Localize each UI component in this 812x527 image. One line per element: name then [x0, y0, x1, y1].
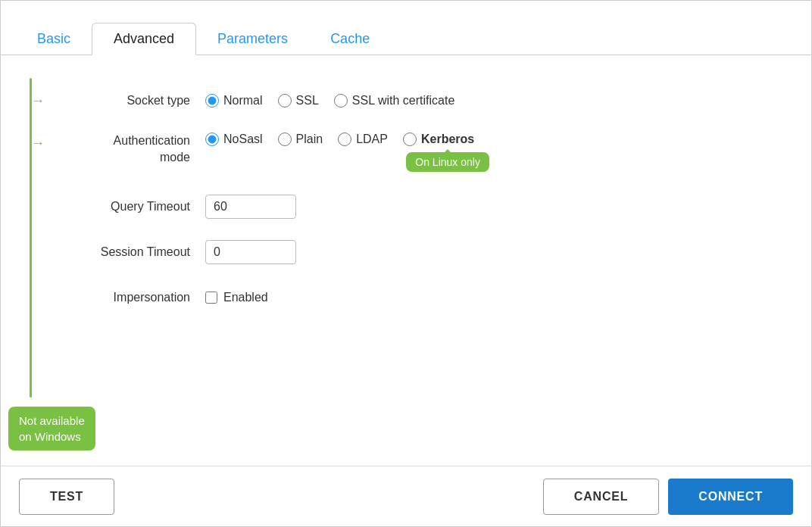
query-timeout-row: Query Timeout: [54, 184, 781, 229]
auth-mode-label: Authentication mode: [54, 133, 205, 167]
auth-mode-row: → Authentication mode NoSasl Plain LDAP: [54, 123, 781, 169]
auth-mode-options: NoSasl Plain LDAP Kerberos On Linux only: [205, 133, 474, 146]
arrow-auth-icon: →: [31, 136, 45, 151]
socket-type-options: Normal SSL SSL with certificate: [205, 94, 454, 108]
tab-bar: Basic Advanced Parameters Cache: [1, 1, 811, 55]
cancel-button[interactable]: CANCEL: [543, 479, 659, 515]
socket-ssl-option[interactable]: SSL: [278, 94, 319, 108]
auth-plain-option[interactable]: Plain: [278, 133, 323, 146]
footer: TEST CANCEL CONNECT: [1, 466, 811, 526]
auth-nosasl-label: NoSasl: [223, 133, 263, 146]
auth-nosasl-radio[interactable]: [205, 133, 219, 146]
socket-normal-option[interactable]: Normal: [205, 94, 263, 108]
impersonation-checkbox-option[interactable]: Enabled: [205, 291, 268, 304]
kerberos-wrapper: Kerberos On Linux only: [421, 133, 474, 146]
auth-ldap-radio[interactable]: [338, 133, 351, 146]
arrow-socket-icon: →: [31, 93, 45, 109]
session-timeout-row: Session Timeout: [54, 229, 781, 275]
impersonation-row: Impersonation Enabled: [54, 275, 781, 320]
tab-cache[interactable]: Cache: [309, 23, 391, 55]
socket-ssl-cert-radio[interactable]: [334, 94, 348, 108]
socket-type-label: Socket type: [54, 94, 205, 108]
socket-type-row: → Socket type Normal SSL SSL with certif…: [54, 78, 781, 123]
socket-ssl-label: SSL: [296, 94, 319, 108]
tab-basic[interactable]: Basic: [16, 23, 92, 55]
tab-advanced[interactable]: Advanced: [92, 23, 196, 55]
impersonation-checkbox[interactable]: [205, 292, 217, 304]
tab-parameters[interactable]: Parameters: [196, 23, 309, 55]
socket-ssl-cert-option[interactable]: SSL with certificate: [334, 94, 454, 108]
socket-ssl-radio[interactable]: [278, 94, 292, 108]
footer-left: TEST: [19, 479, 114, 515]
impersonation-label: Impersonation: [54, 291, 205, 304]
auth-ldap-label: LDAP: [356, 133, 388, 146]
session-timeout-label: Session Timeout: [54, 245, 205, 259]
footer-right: CANCEL CONNECT: [543, 479, 793, 515]
not-available-tooltip: Not availableon Windows: [8, 407, 95, 451]
session-timeout-input[interactable]: [205, 240, 296, 264]
socket-normal-radio[interactable]: [205, 94, 219, 108]
form-section: → Socket type Normal SSL SSL with certif…: [54, 78, 781, 320]
query-timeout-input[interactable]: [205, 195, 296, 219]
kerberos-tooltip: On Linux only: [406, 152, 489, 172]
content-area: → Socket type Normal SSL SSL with certif…: [1, 55, 811, 466]
green-vertical-line: [30, 78, 32, 398]
auth-plain-radio[interactable]: [278, 133, 292, 146]
auth-ldap-option[interactable]: LDAP: [338, 133, 388, 146]
socket-normal-label: Normal: [223, 94, 263, 108]
query-timeout-label: Query Timeout: [54, 200, 205, 214]
test-button[interactable]: TEST: [19, 479, 114, 515]
socket-ssl-cert-label: SSL with certificate: [352, 94, 454, 108]
auth-kerberos-label: Kerberos: [421, 133, 474, 146]
auth-kerberos-option[interactable]: Kerberos On Linux only: [403, 133, 474, 146]
impersonation-enabled-label: Enabled: [223, 291, 268, 304]
auth-kerberos-radio[interactable]: [403, 133, 417, 146]
connect-button[interactable]: CONNECT: [668, 479, 793, 515]
auth-plain-label: Plain: [296, 133, 323, 146]
auth-nosasl-option[interactable]: NoSasl: [205, 133, 263, 146]
